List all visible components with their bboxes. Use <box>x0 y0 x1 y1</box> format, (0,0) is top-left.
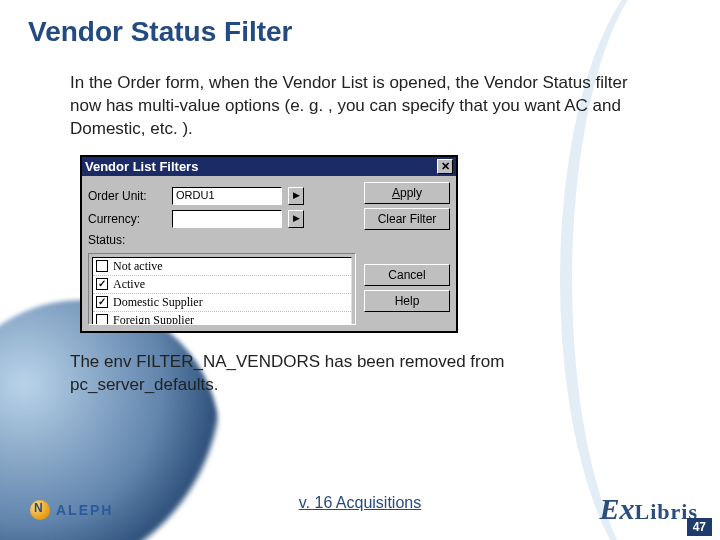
paragraph-1: In the Order form, when the Vendor List … <box>0 48 720 141</box>
status-item-label: Domestic Supplier <box>113 295 203 310</box>
status-row-label: Status: <box>88 233 356 247</box>
dialog-title-text: Vendor List Filters <box>85 159 198 174</box>
dialog-left-pane: Order Unit: ORDU1 ▶ Currency: ▶ Status: <box>88 182 356 325</box>
vendor-list-filters-dialog: Vendor List Filters ✕ Order Unit: ORDU1 … <box>80 155 458 333</box>
aleph-logo-text: ALEPH <box>56 502 113 518</box>
checkbox-icon[interactable] <box>96 314 108 325</box>
status-label: Status: <box>88 233 166 247</box>
exlibris-ex: Ex <box>600 492 635 525</box>
dialog-button-column: Apply Clear Filter Cancel Help <box>364 182 450 325</box>
slide-container: Vendor Status Filter In the Order form, … <box>0 0 720 540</box>
currency-picker-button[interactable]: ▶ <box>288 210 304 228</box>
status-item-domestic[interactable]: ✓ Domestic Supplier <box>93 294 351 312</box>
help-button[interactable]: Help <box>364 290 450 312</box>
status-listbox: Not active ✓ Active ✓ Domestic Supplier <box>88 253 356 325</box>
dialog-body: Order Unit: ORDU1 ▶ Currency: ▶ Status: <box>82 176 456 331</box>
aleph-logo: ALEPH <box>30 500 113 520</box>
status-item-not-active[interactable]: Not active <box>93 258 351 276</box>
cancel-button[interactable]: Cancel <box>364 264 450 286</box>
currency-input[interactable] <box>172 210 282 228</box>
status-item-label: Not active <box>113 259 163 274</box>
dialog-close-button[interactable]: ✕ <box>437 159 453 174</box>
aleph-globe-icon <box>30 500 50 520</box>
exlibris-logo: ExLibris <box>600 492 698 526</box>
checkbox-icon[interactable]: ✓ <box>96 278 108 290</box>
order-unit-label: Order Unit: <box>88 189 166 203</box>
order-unit-row: Order Unit: ORDU1 ▶ <box>88 187 356 205</box>
status-list: Not active ✓ Active ✓ Domestic Supplier <box>92 257 352 325</box>
page-number: 47 <box>687 518 712 536</box>
currency-row: Currency: ▶ <box>88 210 356 228</box>
apply-button[interactable]: Apply <box>364 182 450 204</box>
status-item-label: Active <box>113 277 145 292</box>
clear-filter-button[interactable]: Clear Filter <box>364 208 450 230</box>
order-unit-picker-button[interactable]: ▶ <box>288 187 304 205</box>
order-unit-input[interactable]: ORDU1 <box>172 187 282 205</box>
status-item-active[interactable]: ✓ Active <box>93 276 351 294</box>
slide-title: Vendor Status Filter <box>0 0 720 48</box>
status-item-foreign[interactable]: Foreign Supplier <box>93 312 351 325</box>
dialog-titlebar: Vendor List Filters ✕ <box>82 157 456 176</box>
paragraph-2: The env FILTER_NA_VENDORS has been remov… <box>0 347 720 397</box>
button-spacer <box>364 234 450 260</box>
currency-label: Currency: <box>88 212 166 226</box>
checkbox-icon[interactable]: ✓ <box>96 296 108 308</box>
status-item-label: Foreign Supplier <box>113 313 194 325</box>
checkbox-icon[interactable] <box>96 260 108 272</box>
